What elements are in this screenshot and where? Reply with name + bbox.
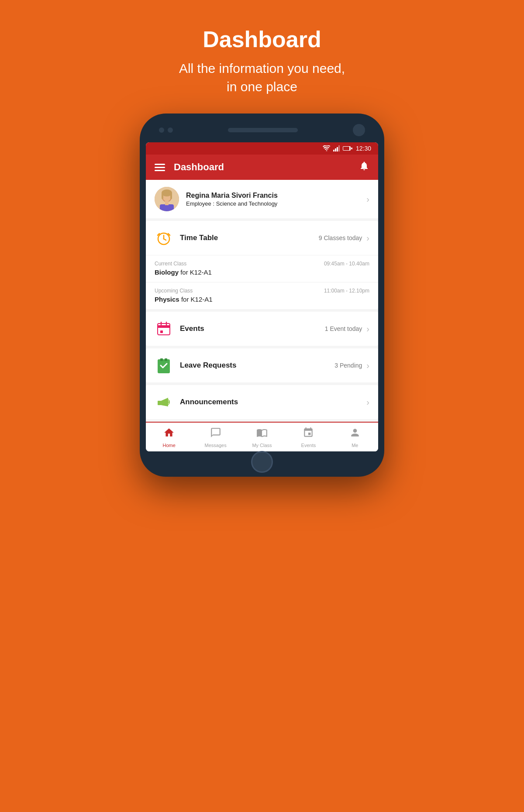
svg-rect-18 xyxy=(158,325,170,328)
svg-rect-25 xyxy=(158,401,161,405)
timetable-card-header[interactable]: Time Table 9 Classes today › xyxy=(146,221,378,255)
status-bar: 12:30 xyxy=(146,142,378,155)
svg-rect-23 xyxy=(160,358,163,361)
phone-top xyxy=(146,124,378,142)
events-badge: 1 Event today xyxy=(325,325,362,332)
phone-sensors xyxy=(159,127,173,133)
announcements-title: Announcements xyxy=(180,398,362,406)
app-bar-title: Dashboard xyxy=(174,162,359,173)
sensor-dot-1 xyxy=(159,127,164,133)
phone-screen: 12:30 Dashboard xyxy=(146,142,378,451)
nav-me-label: Me xyxy=(352,443,358,448)
svg-rect-14 xyxy=(165,201,169,205)
current-class-time: 09:45am - 10.40am xyxy=(324,261,369,267)
current-class-name: Biology for K12-A1 xyxy=(155,268,369,276)
svg-rect-11 xyxy=(162,193,163,199)
phone-bottom xyxy=(146,458,378,466)
bottom-nav: Home Messages My Class xyxy=(146,422,378,451)
upcoming-class-time: 11:00am - 12.10pm xyxy=(324,288,369,294)
upcoming-class-meta: Upcoming Class 11:00am - 12.10pm xyxy=(155,288,369,294)
user-info: Regina Maria Sivori Francis Employee : S… xyxy=(186,192,366,207)
timetable-card[interactable]: Time Table 9 Classes today › Current Cla… xyxy=(146,221,378,309)
svg-point-16 xyxy=(163,238,165,240)
user-role: Employee : Science and Technology xyxy=(186,200,366,207)
me-icon xyxy=(349,427,361,441)
events-card-header[interactable]: Events 1 Event today › xyxy=(146,312,378,346)
status-icons xyxy=(323,145,352,151)
speaker-grille xyxy=(228,128,298,132)
leave-badge: 3 Pending xyxy=(334,362,362,369)
announcements-card[interactable]: Announcements › xyxy=(146,385,378,419)
sensor-dot-2 xyxy=(168,127,173,133)
nav-messages[interactable]: Messages xyxy=(192,423,238,451)
svg-point-27 xyxy=(167,401,169,403)
leave-icon xyxy=(155,356,173,375)
announcements-chevron-icon: › xyxy=(366,397,369,407)
svg-rect-5 xyxy=(343,147,349,150)
svg-rect-3 xyxy=(338,145,340,151)
events-chevron-icon: › xyxy=(366,324,369,334)
upcoming-class-label: Upcoming Class xyxy=(155,288,193,294)
leave-card[interactable]: Leave Requests 3 Pending › xyxy=(146,348,378,382)
home-icon xyxy=(163,427,175,441)
events-title: Events xyxy=(180,324,325,333)
nav-events-label: Events xyxy=(301,443,316,448)
hamburger-menu[interactable] xyxy=(155,164,165,171)
svg-rect-17 xyxy=(158,323,170,335)
timetable-chevron-icon: › xyxy=(366,233,369,243)
events-icon xyxy=(155,320,173,338)
nav-myclass[interactable]: My Class xyxy=(239,423,285,451)
user-card-chevron-icon: › xyxy=(366,194,369,204)
wifi-icon xyxy=(323,145,331,151)
page-title: Dashboard xyxy=(179,26,345,52)
timetable-badge: 9 Classes today xyxy=(319,234,362,241)
current-class-meta: Current Class 09:45am - 10.40am xyxy=(155,261,369,267)
notification-bell-icon[interactable] xyxy=(359,161,369,174)
announcements-card-header[interactable]: Announcements › xyxy=(146,385,378,419)
page-subtitle: All the information you need, in one pla… xyxy=(179,59,345,96)
announcements-icon xyxy=(155,393,173,411)
timetable-title: Time Table xyxy=(180,234,319,242)
upcoming-class-item[interactable]: Upcoming Class 11:00am - 12.10pm Physics… xyxy=(146,282,378,309)
events-card[interactable]: Events 1 Event today › xyxy=(146,312,378,346)
svg-rect-0 xyxy=(333,150,334,151)
leave-title: Leave Requests xyxy=(180,361,334,370)
nav-events[interactable]: Events xyxy=(285,423,331,451)
battery-icon xyxy=(343,146,352,151)
messages-icon xyxy=(210,427,221,441)
nav-myclass-label: My Class xyxy=(252,443,272,448)
leave-chevron-icon: › xyxy=(366,361,369,371)
svg-rect-12 xyxy=(170,193,172,199)
nav-messages-label: Messages xyxy=(205,443,227,448)
svg-rect-24 xyxy=(165,358,167,361)
svg-rect-1 xyxy=(335,148,336,151)
avatar xyxy=(155,187,179,211)
current-class-item[interactable]: Current Class 09:45am - 10.40am Biology … xyxy=(146,255,378,282)
nav-home-label: Home xyxy=(163,443,176,448)
page-header: Dashboard All the information you need, … xyxy=(179,0,345,114)
upcoming-class-name: Physics for K12-A1 xyxy=(155,296,369,303)
nav-events-icon xyxy=(303,427,314,441)
phone-shell: 12:30 Dashboard xyxy=(140,114,384,477)
alarm-icon xyxy=(155,229,173,247)
svg-rect-2 xyxy=(337,147,338,151)
home-button[interactable] xyxy=(251,451,273,473)
svg-rect-6 xyxy=(351,148,352,149)
nav-home[interactable]: Home xyxy=(146,423,192,451)
status-time: 12:30 xyxy=(356,145,371,152)
signal-icon xyxy=(333,145,340,151)
user-name: Regina Maria Sivori Francis xyxy=(186,192,366,200)
myclass-icon xyxy=(256,427,268,441)
current-class-label: Current Class xyxy=(155,261,186,267)
svg-rect-13 xyxy=(160,204,174,211)
app-bar: Dashboard xyxy=(146,155,378,180)
nav-me[interactable]: Me xyxy=(332,423,378,451)
user-card[interactable]: Regina Maria Sivori Francis Employee : S… xyxy=(146,180,378,218)
leave-card-header[interactable]: Leave Requests 3 Pending › xyxy=(146,348,378,382)
svg-rect-21 xyxy=(160,330,163,333)
front-camera xyxy=(353,124,365,136)
